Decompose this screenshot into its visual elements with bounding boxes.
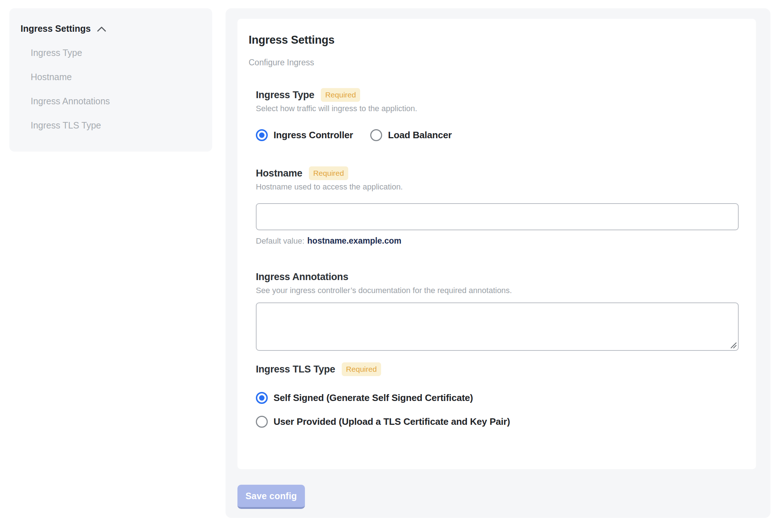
ingress-settings-page: Ingress Settings Ingress Type Hostname I… — [0, 0, 778, 532]
settings-panel: Ingress Settings Configure Ingress Ingre… — [226, 8, 770, 518]
radio-icon — [256, 129, 268, 141]
hostname-default-row: Default value:hostname.example.com — [256, 236, 738, 246]
section-ingress-annotations: Ingress Annotations See your ingress con… — [256, 270, 738, 351]
chevron-up-icon — [97, 26, 106, 32]
radio-label: User Provided (Upload a TLS Certificate … — [274, 416, 510, 427]
sidebar-item-ingress-annotations[interactable]: Ingress Annotations — [31, 89, 204, 113]
radio-icon — [256, 416, 268, 428]
default-value-prefix: Default value: — [256, 236, 305, 245]
radio-label: Ingress Controller — [274, 130, 353, 141]
field-header-row: Ingress Annotations — [256, 270, 738, 284]
page-title: Ingress Settings — [249, 33, 738, 47]
ingress-annotations-textarea[interactable] — [256, 302, 739, 351]
hostname-input[interactable] — [256, 203, 739, 230]
field-header-row: Ingress Type Required — [256, 88, 738, 102]
radio-option-load-balancer[interactable]: Load Balancer — [370, 129, 452, 141]
field-label-ingress-annotations: Ingress Annotations — [256, 271, 348, 283]
radio-option-ingress-controller[interactable]: Ingress Controller — [256, 129, 353, 141]
radio-icon — [256, 392, 268, 404]
field-header-row: Ingress TLS Type Required — [256, 362, 738, 376]
sidebar-group-label: Ingress Settings — [21, 23, 91, 34]
page-subtitle: Configure Ingress — [249, 57, 738, 68]
save-config-button[interactable]: Save config — [237, 485, 305, 509]
ingress-type-radio-group: Ingress Controller Load Balancer — [256, 129, 738, 141]
required-badge: Required — [342, 362, 381, 376]
radio-label: Load Balancer — [388, 130, 452, 141]
sidebar-item-list: Ingress Type Hostname Ingress Annotation… — [31, 41, 204, 138]
section-hostname: Hostname Required Hostname used to acces… — [256, 166, 738, 246]
ingress-annotations-field — [256, 302, 739, 351]
settings-nav-sidebar: Ingress Settings Ingress Type Hostname I… — [9, 8, 212, 152]
required-badge: Required — [309, 166, 348, 180]
section-ingress-type: Ingress Type Required Select how traffic… — [256, 88, 738, 141]
resize-handle-icon[interactable] — [730, 342, 737, 349]
sidebar-item-hostname[interactable]: Hostname — [31, 65, 204, 89]
default-value-text: hostname.example.com — [307, 236, 402, 245]
ingress-settings-card: Ingress Settings Configure Ingress Ingre… — [237, 19, 756, 469]
field-label-ingress-tls-type: Ingress TLS Type — [256, 364, 335, 375]
sidebar-item-ingress-type[interactable]: Ingress Type — [31, 41, 204, 65]
required-badge: Required — [321, 88, 360, 102]
field-description-hostname: Hostname used to access the application. — [256, 182, 738, 192]
sidebar-group-ingress-settings[interactable]: Ingress Settings — [21, 23, 106, 34]
field-label-ingress-type: Ingress Type — [256, 90, 314, 101]
section-ingress-tls-type: Ingress TLS Type Required Self Signed (G… — [256, 362, 738, 428]
radio-label: Self Signed (Generate Self Signed Certif… — [274, 392, 473, 404]
field-label-hostname: Hostname — [256, 168, 302, 179]
radio-option-self-signed[interactable]: Self Signed (Generate Self Signed Certif… — [256, 392, 473, 404]
field-description-ingress-type: Select how traffic will ingress to the a… — [256, 103, 738, 114]
radio-option-user-provided[interactable]: User Provided (Upload a TLS Certificate … — [256, 416, 510, 428]
field-description-ingress-annotations: See your ingress controller’s documentat… — [256, 285, 738, 296]
ingress-tls-type-radio-group: Self Signed (Generate Self Signed Certif… — [256, 392, 738, 428]
sidebar-item-ingress-tls-type[interactable]: Ingress TLS Type — [31, 113, 204, 138]
field-header-row: Hostname Required — [256, 166, 738, 180]
radio-icon — [370, 129, 382, 141]
